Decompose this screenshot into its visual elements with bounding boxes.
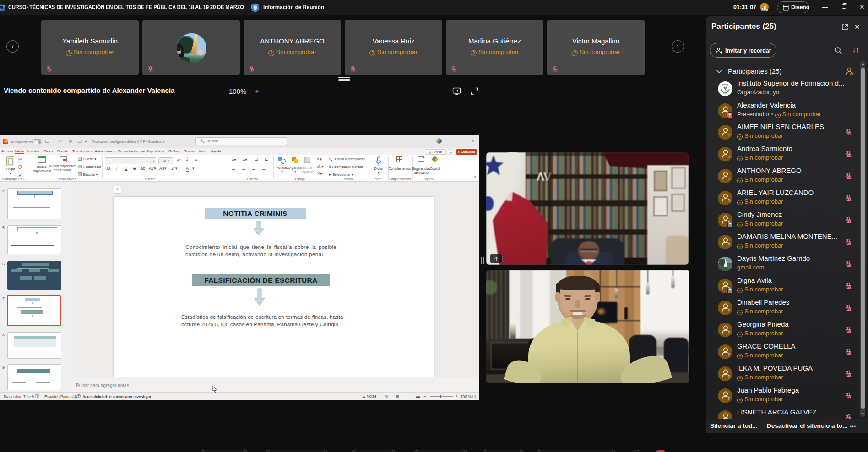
svg-text:?: ? <box>728 177 730 181</box>
svg-text:?: ? <box>728 199 730 203</box>
svg-text:?: ? <box>728 374 730 379</box>
svg-text:?: ? <box>728 330 730 335</box>
svg-text:?: ? <box>728 155 730 159</box>
svg-text:?: ? <box>728 352 730 357</box>
svg-text:?: ? <box>728 133 730 137</box>
svg-text:?: ? <box>728 308 730 313</box>
svg-text:?: ? <box>728 242 730 247</box>
svg-text:?: ? <box>728 396 730 401</box>
